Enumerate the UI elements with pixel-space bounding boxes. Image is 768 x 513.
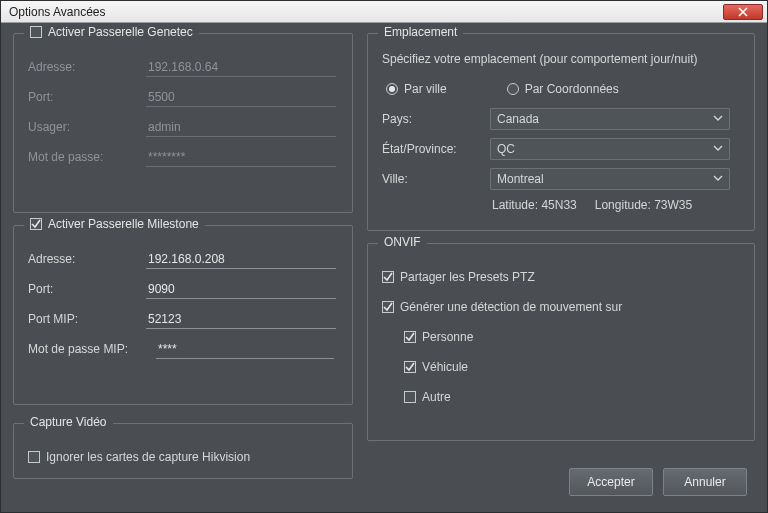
country-select[interactable]: Canada: [490, 108, 730, 130]
milestone-legend: Activer Passerelle Milestone: [48, 217, 199, 231]
onvif-person-checkbox[interactable]: [404, 331, 416, 343]
radio-by-coord[interactable]: Par Coordonnées: [507, 82, 619, 96]
milestone-passmip-label: Mot de passe MIP:: [28, 342, 148, 356]
coord-readout: Latitude: 45N33 Longitude: 73W35: [382, 198, 740, 212]
radio-by-coord-box: [507, 83, 519, 95]
milestone-port-input[interactable]: [146, 280, 336, 299]
genetec-enable-checkbox[interactable]: [30, 26, 42, 38]
milestone-portmip-label: Port MIP:: [28, 312, 138, 326]
country-label: Pays:: [382, 112, 482, 126]
accept-button[interactable]: Accepter: [569, 468, 653, 496]
close-icon: [738, 7, 748, 17]
group-milestone: Activer Passerelle Milestone Adresse: Po…: [13, 225, 353, 405]
milestone-passmip-input[interactable]: [156, 340, 334, 359]
group-genetec: Activer Passerelle Genetec Adresse: Port…: [13, 33, 353, 213]
onvif-motion-label: Générer une détection de mouvement sur: [400, 300, 622, 314]
capture-ignore-label: Ignorer les cartes de capture Hikvision: [46, 450, 250, 464]
onvif-vehicle-label: Véhicule: [422, 360, 468, 374]
genetec-pass-label: Mot de passe:: [28, 150, 138, 164]
genetec-user-label: Usager:: [28, 120, 138, 134]
dialog-body: Activer Passerelle Genetec Adresse: Port…: [1, 23, 767, 512]
milestone-address-input[interactable]: [146, 250, 336, 269]
chevron-down-icon: [713, 112, 723, 126]
capture-legend: Capture Vidéo: [30, 415, 107, 429]
dialog-window: Options Avancées Activer Passerelle Gene…: [0, 0, 768, 513]
lat-label: Latitude:: [492, 198, 538, 212]
lon-label: Longitude:: [595, 198, 651, 212]
group-onvif: ONVIF Partager les Presets PTZ Générer u…: [367, 243, 755, 441]
location-hint: Spécifiez votre emplacement (pour compor…: [382, 52, 740, 66]
onvif-person-label: Personne: [422, 330, 473, 344]
onvif-vehicle-checkbox[interactable]: [404, 361, 416, 373]
state-label: État/Province:: [382, 142, 482, 156]
dialog-footer: Accepter Annuler: [569, 468, 747, 496]
onvif-shareptz-label: Partager les Presets PTZ: [400, 270, 535, 284]
title-bar: Options Avancées: [1, 1, 767, 23]
genetec-port-input[interactable]: [146, 88, 336, 107]
lat-value: 45N33: [541, 198, 576, 212]
cancel-button[interactable]: Annuler: [663, 468, 747, 496]
country-value: Canada: [497, 112, 539, 126]
milestone-portmip-input[interactable]: [146, 310, 336, 329]
genetec-port-label: Port:: [28, 90, 138, 104]
city-value: Montreal: [497, 172, 544, 186]
window-title: Options Avancées: [9, 5, 721, 19]
onvif-other-checkbox[interactable]: [404, 391, 416, 403]
radio-by-city-label: Par ville: [404, 82, 447, 96]
genetec-legend: Activer Passerelle Genetec: [48, 25, 193, 39]
state-select[interactable]: QC: [490, 138, 730, 160]
radio-by-city-box: [386, 83, 398, 95]
lon-value: 73W35: [654, 198, 692, 212]
milestone-port-label: Port:: [28, 282, 138, 296]
radio-by-city[interactable]: Par ville: [386, 82, 447, 96]
onvif-motion-checkbox[interactable]: [382, 301, 394, 313]
capture-ignore-checkbox[interactable]: [28, 451, 40, 463]
genetec-pass-input[interactable]: [146, 148, 336, 167]
onvif-shareptz-checkbox[interactable]: [382, 271, 394, 283]
genetec-user-input[interactable]: [146, 118, 336, 137]
state-value: QC: [497, 142, 515, 156]
city-label: Ville:: [382, 172, 482, 186]
genetec-address-label: Adresse:: [28, 60, 138, 74]
close-button[interactable]: [723, 4, 763, 20]
radio-by-coord-label: Par Coordonnées: [525, 82, 619, 96]
milestone-address-label: Adresse:: [28, 252, 138, 266]
chevron-down-icon: [713, 172, 723, 186]
onvif-other-label: Autre: [422, 390, 451, 404]
onvif-legend: ONVIF: [384, 235, 421, 249]
milestone-enable-checkbox[interactable]: [30, 218, 42, 230]
city-select[interactable]: Montreal: [490, 168, 730, 190]
location-legend: Emplacement: [384, 25, 457, 39]
genetec-address-input[interactable]: [146, 58, 336, 77]
group-location: Emplacement Spécifiez votre emplacement …: [367, 33, 755, 231]
chevron-down-icon: [713, 142, 723, 156]
group-capture: Capture Vidéo Ignorer les cartes de capt…: [13, 423, 353, 479]
